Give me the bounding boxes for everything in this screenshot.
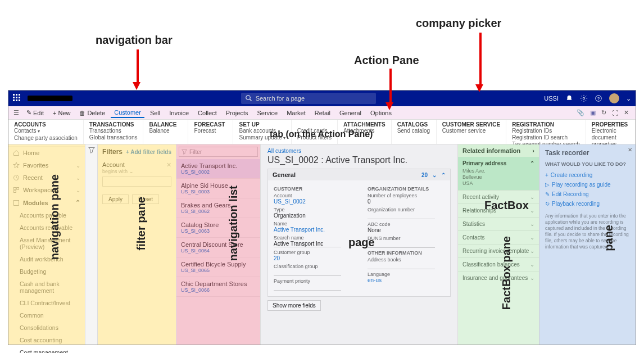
class-input[interactable] bbox=[274, 269, 341, 276]
company-picker[interactable]: USSI bbox=[544, 95, 559, 102]
nav-favorites[interactable]: Favorites bbox=[8, 159, 85, 171]
factbox-section[interactable]: Insurance and guarantees bbox=[458, 271, 539, 284]
tab-customer[interactable]: Customer bbox=[111, 108, 144, 118]
list-item[interactable]: Catalog StoreUS_SI_0063 bbox=[176, 218, 260, 238]
nav-workspaces[interactable]: Workspaces bbox=[8, 184, 85, 196]
tab-market[interactable]: Market bbox=[283, 108, 309, 117]
factbox-section[interactable]: Recurring invoice template bbox=[458, 244, 539, 257]
add-filter-button[interactable]: + Add filter fields bbox=[126, 149, 171, 155]
orgnum-input[interactable] bbox=[368, 212, 435, 219]
navigation-pane: Home Favorites Recent Workspaces Modules… bbox=[8, 144, 85, 345]
factbox-section[interactable]: Contacts bbox=[458, 230, 539, 244]
edit-button[interactable]: ✎ Edit bbox=[23, 108, 47, 117]
account-link[interactable]: US_SI_0002 bbox=[274, 198, 351, 205]
svg-text:?: ? bbox=[597, 96, 600, 101]
nav-sub[interactable]: Common bbox=[8, 309, 85, 322]
apply-button[interactable]: Apply bbox=[102, 194, 129, 204]
playback-recording-link[interactable]: ↻Playback recording bbox=[545, 199, 630, 209]
svg-rect-8 bbox=[14, 191, 16, 193]
nav-modules[interactable]: Modules⌃ bbox=[8, 196, 85, 209]
nav-sub[interactable]: Budgeting bbox=[8, 265, 85, 278]
tab-collect[interactable]: Collect bbox=[194, 108, 220, 117]
fasttab-header[interactable]: General 20⌄⌃ bbox=[268, 169, 450, 180]
search-name-input[interactable] bbox=[274, 241, 341, 247]
nav-sub[interactable]: Accounts payable bbox=[8, 209, 85, 221]
chevron-up-icon[interactable]: ⌃ bbox=[530, 160, 534, 166]
nav-sub[interactable]: Asset Management (Preview) bbox=[8, 234, 85, 253]
svg-rect-9 bbox=[14, 200, 19, 205]
popout-icon[interactable]: ⛶ bbox=[612, 110, 618, 116]
factbox-section[interactable]: Statistics bbox=[458, 217, 539, 230]
filter-input[interactable] bbox=[102, 176, 171, 187]
avatar[interactable] bbox=[609, 93, 619, 103]
factbox-primary-address: Primary address⌃ Miles Ave. Bellevue USA bbox=[458, 157, 539, 190]
nav-home[interactable]: Home bbox=[8, 147, 85, 159]
filter-pane: Filters+ Add filter fields Account✕ begi… bbox=[98, 144, 176, 345]
attach-icon[interactable]: 📎 bbox=[577, 109, 584, 116]
refresh-icon[interactable]: ↻ bbox=[601, 109, 606, 116]
name-link[interactable]: Active Transport Inc. bbox=[274, 227, 351, 233]
page-title: US_SI_0002 : Active Transport Inc. bbox=[267, 155, 451, 165]
breadcrumb[interactable]: All customers bbox=[267, 148, 451, 154]
list-item[interactable]: Alpine Ski HouseUS_SI_0003 bbox=[176, 179, 260, 198]
nav-sub[interactable]: Accounts receivable bbox=[8, 221, 85, 234]
tab-projects[interactable]: Projects bbox=[223, 108, 252, 117]
delete-button[interactable]: 🗑 Delete bbox=[76, 108, 108, 117]
edit-recording-link[interactable]: ✎Edit Recording bbox=[545, 189, 630, 199]
create-recording-link[interactable]: +Create recording bbox=[545, 170, 630, 180]
close-icon[interactable]: ✕ bbox=[624, 109, 629, 116]
list-item[interactable]: Active Transport Inc.US_SI_0002 bbox=[176, 159, 260, 179]
nav-sub[interactable]: Cash and bank management bbox=[8, 278, 85, 297]
remove-filter-icon[interactable]: ✕ bbox=[166, 161, 171, 169]
chevron-up-icon[interactable]: ⌃ bbox=[441, 172, 446, 178]
teams-icon[interactable]: ▣ bbox=[590, 109, 596, 116]
search-box[interactable]: Search for a page bbox=[241, 93, 376, 104]
list-item[interactable]: Brakes and GearsUS_SI_0062 bbox=[176, 198, 260, 218]
nav-sub[interactable]: Consolidations bbox=[8, 322, 85, 334]
tab-retail[interactable]: Retail bbox=[311, 108, 334, 117]
tab-sell[interactable]: Sell bbox=[147, 108, 164, 117]
filter-strip[interactable] bbox=[85, 144, 98, 345]
tab-general[interactable]: General bbox=[336, 108, 365, 117]
help-icon[interactable]: ? bbox=[595, 94, 602, 102]
nav-sub[interactable]: Cost management bbox=[8, 346, 85, 353]
nav-sub[interactable]: Audit workbench bbox=[8, 253, 85, 265]
tab-service[interactable]: Service bbox=[253, 108, 281, 117]
gear-icon[interactable] bbox=[580, 94, 588, 102]
svg-point-2 bbox=[583, 97, 585, 99]
duns-input[interactable] bbox=[368, 241, 435, 248]
bell-icon[interactable] bbox=[565, 94, 573, 102]
factbox-title: Related information bbox=[462, 147, 520, 154]
list-item[interactable]: Central Discount StoreUS_SI_0064 bbox=[176, 238, 260, 257]
waffle-icon[interactable] bbox=[13, 94, 22, 103]
list-item[interactable]: Certified Bicycle SupplyUS_SI_0065 bbox=[176, 257, 260, 277]
chevron-down-icon[interactable]: ⌄ bbox=[432, 172, 437, 178]
action-pane: ☰ ✎ Edit + New 🗑 Delete Customer Sell In… bbox=[8, 106, 636, 120]
annot-nav-bar: navigation bar bbox=[96, 34, 173, 47]
tab-invoice[interactable]: Invoice bbox=[166, 108, 192, 117]
list-filter[interactable]: Filter bbox=[179, 147, 258, 157]
pp-input[interactable] bbox=[274, 284, 341, 291]
filter-title: Filters bbox=[102, 148, 123, 156]
nav-recent[interactable]: Recent bbox=[8, 171, 85, 184]
play-recording-link[interactable]: ▷Play recording as guide bbox=[545, 180, 630, 189]
chevron-right-icon[interactable]: › bbox=[532, 147, 534, 154]
filter-field-label: Account bbox=[102, 161, 125, 169]
task-question: WHAT WOULD YOU LIKE TO DO? bbox=[545, 161, 630, 167]
tab-options[interactable]: Options bbox=[367, 108, 395, 117]
new-button[interactable]: + New bbox=[49, 108, 74, 117]
nav-sub[interactable]: CLI Contract/Invest bbox=[8, 297, 85, 309]
chevron-down-icon[interactable]: ⌄ bbox=[626, 95, 631, 102]
close-icon[interactable]: ✕ bbox=[628, 147, 632, 153]
list-item[interactable]: Chic Department StoresUS_SI_0066 bbox=[176, 277, 260, 297]
show-more-button[interactable]: Show more fields bbox=[267, 300, 321, 311]
action-pane-tab: ACCOUNTSContactsChange party association… bbox=[8, 120, 636, 144]
nav-sub[interactable]: Cost accounting bbox=[8, 334, 85, 346]
hamburger-icon[interactable]: ☰ bbox=[12, 109, 21, 116]
reset-button[interactable]: Reset bbox=[132, 194, 159, 204]
factbox-pane: Related information› Primary address⌃ Mi… bbox=[457, 144, 539, 345]
factbox-section[interactable]: Classification balances bbox=[458, 257, 539, 271]
ab-input[interactable] bbox=[368, 263, 435, 269]
factbox-section[interactable]: Recent activity bbox=[458, 190, 539, 203]
factbox-section[interactable]: Relationships bbox=[458, 203, 539, 217]
